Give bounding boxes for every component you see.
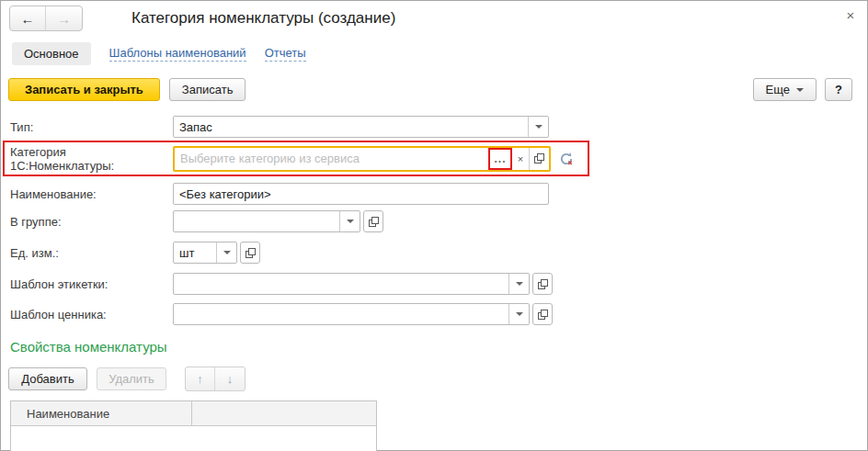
category-label: Категория 1С:Номенклатуры: <box>10 145 173 173</box>
price-template-dropdown-button[interactable] <box>508 304 529 324</box>
arrow-down-icon: ↓ <box>227 372 234 386</box>
type-input[interactable] <box>174 117 528 137</box>
name-input[interactable] <box>173 183 549 205</box>
move-down-button[interactable]: ↓ <box>215 367 245 390</box>
field-row-name: Наименование: <box>10 183 549 205</box>
chevron-down-icon <box>223 251 231 258</box>
type-dropdown-button[interactable] <box>528 117 548 137</box>
page-title: Категория номенклатуры (создание) <box>131 9 395 28</box>
tab-name-templates[interactable]: Шаблоны наименований <box>109 46 246 62</box>
chevron-down-icon <box>516 282 523 289</box>
properties-section-title: Свойства номенклатуры <box>10 339 167 355</box>
form-tabs: Основное Шаблоны наименований Отчеты <box>12 42 306 65</box>
chevron-down-icon <box>796 88 804 96</box>
field-row-type: Тип: <box>10 116 549 138</box>
nav-forward-button[interactable]: → <box>46 6 82 30</box>
group-input[interactable] <box>174 211 339 231</box>
tab-reports[interactable]: Отчеты <box>265 46 306 62</box>
nav-back-button[interactable]: ← <box>10 6 46 30</box>
move-up-button[interactable]: ↑ <box>186 367 215 390</box>
open-link-icon <box>369 217 379 227</box>
field-row-group: В группе: <box>10 210 383 232</box>
save-and-close-button[interactable]: Записать и закрыть <box>8 78 160 101</box>
category-open-button[interactable] <box>529 148 549 170</box>
name-label: Наименование: <box>10 187 173 201</box>
chevron-down-icon <box>516 312 523 320</box>
arrow-up-icon: ↑ <box>197 372 203 386</box>
properties-table: Наименование <box>10 400 377 451</box>
move-buttons-group: ↑ ↓ <box>185 366 246 391</box>
field-row-price-template: Шаблон ценника: <box>10 303 553 325</box>
label-template-input[interactable] <box>174 274 508 294</box>
refresh-icon <box>558 151 575 167</box>
nav-history-group: ← → <box>9 6 83 31</box>
command-bar: Записать и закрыть Записать <box>8 78 246 101</box>
tab-main[interactable]: Основное <box>12 42 91 65</box>
unit-label: Ед. изм.: <box>10 246 173 260</box>
price-template-open-button[interactable] <box>532 303 553 325</box>
help-button[interactable]: ? <box>825 78 852 101</box>
price-template-label: Шаблон ценника: <box>10 308 173 321</box>
chevron-down-icon <box>535 125 542 132</box>
properties-table-body[interactable] <box>11 426 376 451</box>
open-link-icon <box>246 248 256 258</box>
label-template-open-button[interactable] <box>532 273 553 295</box>
price-template-input[interactable] <box>174 304 508 324</box>
more-button-label: Еще <box>766 83 790 96</box>
properties-table-header: Наименование <box>11 401 376 426</box>
group-label: В группе: <box>10 215 173 229</box>
price-template-combobox <box>173 303 530 325</box>
label-template-dropdown-button[interactable] <box>508 274 529 294</box>
unit-open-button[interactable] <box>240 242 260 264</box>
category-refresh-button[interactable] <box>558 151 575 167</box>
form-window: ← → Категория номенклатуры (создание) × … <box>0 0 868 451</box>
annotation-highlight-category-row: Категория 1С:Номенклатуры: ... × <box>3 141 589 176</box>
category-field-group: ... × <box>173 146 551 172</box>
category-choose-button[interactable]: ... <box>488 148 512 170</box>
open-link-icon <box>538 310 548 320</box>
delete-property-button[interactable]: Удалить <box>97 367 166 390</box>
category-input[interactable] <box>175 148 488 170</box>
command-bar-right: Еще ? <box>753 78 852 101</box>
group-combobox <box>173 210 360 232</box>
column-header-empty[interactable] <box>192 401 376 425</box>
chevron-down-icon <box>347 220 354 227</box>
more-button[interactable]: Еще <box>753 78 817 101</box>
column-header-name[interactable]: Наименование <box>11 401 192 425</box>
unit-combobox <box>173 242 237 264</box>
group-open-button[interactable] <box>363 210 383 232</box>
label-template-combobox <box>173 273 530 295</box>
properties-toolbar: Добавить Удалить ↑ ↓ <box>8 366 246 391</box>
close-icon[interactable]: × <box>842 6 859 23</box>
open-link-icon <box>534 153 544 163</box>
unit-input[interactable] <box>174 242 216 263</box>
field-row-unit: Ед. изм.: <box>10 242 260 264</box>
label-template-label: Шаблон этикетки: <box>10 277 173 291</box>
open-link-icon <box>538 279 548 289</box>
type-label: Тип: <box>10 120 173 134</box>
category-clear-button[interactable]: × <box>512 148 529 170</box>
group-dropdown-button[interactable] <box>339 211 360 231</box>
save-button[interactable]: Записать <box>169 78 246 101</box>
unit-dropdown-button[interactable] <box>216 242 236 263</box>
type-combobox <box>173 116 549 138</box>
add-property-button[interactable]: Добавить <box>8 367 87 390</box>
field-row-label-template: Шаблон этикетки: <box>10 273 553 295</box>
